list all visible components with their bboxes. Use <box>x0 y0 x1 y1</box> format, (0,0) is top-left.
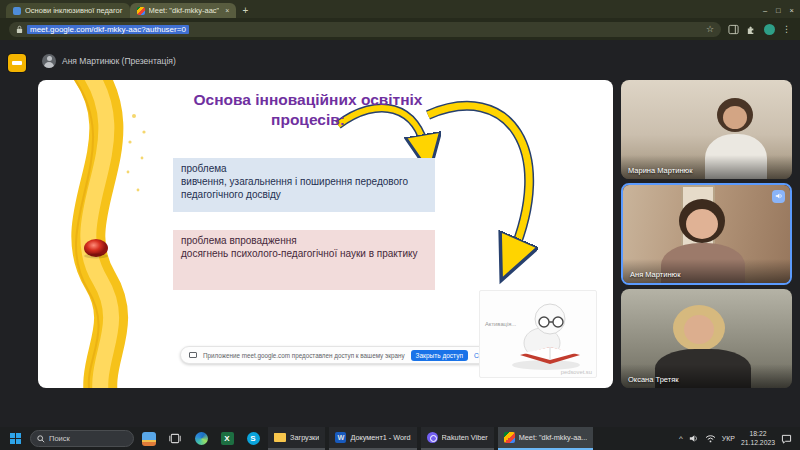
window-close-icon[interactable]: × <box>790 6 794 15</box>
slide-title: Основа інноваційних освітніх процесів: <box>178 90 438 130</box>
excel-icon[interactable] <box>216 427 238 450</box>
meet-icon <box>504 432 515 443</box>
word-icon <box>335 432 346 443</box>
meet-favicon-icon <box>137 7 145 15</box>
participant-tiles: Марина Мартинюк Аня Мартинюк Оксана Трет… <box>621 80 792 388</box>
browser-menu-icon[interactable]: ⋮ <box>782 25 791 34</box>
participant-tile-oksana[interactable]: Оксана Третяк <box>621 289 792 388</box>
watermark-text: pedsovet.su <box>561 369 592 375</box>
profile-avatar[interactable] <box>764 24 775 35</box>
bookmark-star-icon[interactable]: ☆ <box>706 25 714 34</box>
screen-share-banner: Приложение meet.google.com предоставлен … <box>180 346 505 364</box>
participant-name: Марина Мартинюк <box>628 166 692 175</box>
blue-box-lead: проблема <box>181 163 427 176</box>
tab1-label: Основи інклюзивної педагог <box>25 6 123 15</box>
tray-date: 21.12.2023 <box>741 439 775 447</box>
widgets-weather-icon[interactable] <box>138 427 160 450</box>
window-label: Rakuten Viber <box>442 433 488 442</box>
taskbar-window-meet[interactable]: Meet: "dkf-mkky-aa... <box>498 427 594 450</box>
address-bar[interactable]: meet.google.com/dkf-mkky-aac?authuser=0 … <box>9 22 721 37</box>
folder-icon <box>274 433 286 442</box>
presenter-row: Аня Мартинюк (Презентація) <box>42 54 176 68</box>
yellow-extension-icon[interactable] <box>8 54 26 72</box>
presenter-label: Аня Мартинюк (Презентація) <box>62 56 176 66</box>
notification-center-icon[interactable] <box>781 434 792 444</box>
skype-icon[interactable] <box>242 427 264 450</box>
tab-meet[interactable]: Meet: "dkf-mkky-aac" × <box>130 3 237 18</box>
task-view-icon[interactable] <box>164 427 186 450</box>
screen-share-icon <box>189 352 197 358</box>
taskbar-search[interactable]: Поиск <box>30 430 134 447</box>
volume-icon[interactable] <box>689 434 699 443</box>
window-controls: – □ × <box>763 6 794 18</box>
system-tray: ^ УКР 18:22 21.12.2023 <box>679 430 796 447</box>
reading-figure-icon <box>480 291 596 377</box>
slide-textbox-blue: проблема вивчення, узагальнення і пошире… <box>173 158 435 212</box>
viber-icon <box>427 432 438 443</box>
language-indicator[interactable]: УКР <box>722 435 735 442</box>
tab-close-icon[interactable]: × <box>225 7 229 14</box>
slide-textbox-pink: проблема впровадження досягнень психолог… <box>173 230 435 290</box>
tray-time: 18:22 <box>741 430 775 438</box>
new-tab-button[interactable]: + <box>242 3 248 18</box>
meet-stage: Аня Мартинюк (Презентація) <box>0 40 800 427</box>
tab1-favicon-icon <box>13 7 21 15</box>
pink-box-lead: проблема впровадження <box>181 235 427 248</box>
edge-icon[interactable] <box>190 427 212 450</box>
browser-tab-strip: Основи інклюзивної педагог Meet: "dkf-mk… <box>0 0 800 18</box>
window-label: Meet: "dkf-mkky-aa... <box>519 433 588 442</box>
taskbar-window-word[interactable]: Документ1 - Word <box>329 427 416 450</box>
start-button[interactable] <box>4 427 26 450</box>
window-minimize-icon[interactable]: – <box>763 6 767 15</box>
taskbar-window-downloads[interactable]: Загрузки <box>268 427 325 450</box>
taskbar-window-viber[interactable]: Rakuten Viber <box>421 427 494 450</box>
side-panel-icon[interactable] <box>728 24 739 35</box>
video-feed <box>623 185 790 284</box>
participant-name: Оксана Третяк <box>628 375 679 384</box>
url-text: meet.google.com/dkf-mkky-aac?authuser=0 <box>27 25 189 34</box>
search-placeholder: Поиск <box>49 434 70 443</box>
slide-clipart: Активація... pedsovet.su <box>479 290 597 378</box>
pink-box-body: досягнень психолого-педагогічної науки в… <box>181 248 417 259</box>
lock-icon <box>16 25 23 34</box>
browser-url-bar: meet.google.com/dkf-mkky-aac?authuser=0 … <box>0 18 800 40</box>
search-icon <box>37 435 45 443</box>
extensions-puzzle-icon[interactable] <box>746 24 757 35</box>
video-feed <box>621 80 792 179</box>
participant-name: Аня Мартинюк <box>630 270 680 279</box>
presented-slide: Основа інноваційних освітніх процесів: п… <box>38 80 613 388</box>
participant-tile-marina[interactable]: Марина Мартинюк <box>621 80 792 179</box>
participant-tile-anya[interactable]: Аня Мартинюк <box>621 183 792 286</box>
speaker-indicator-icon <box>772 190 785 203</box>
clipart-caption: Активація... <box>485 321 521 328</box>
hidden-icons-chevron[interactable]: ^ <box>679 434 683 443</box>
window-label: Загрузки <box>290 433 319 442</box>
window-label: Документ1 - Word <box>350 433 410 442</box>
blue-box-body: вивчення, узагальнення і поширення перед… <box>181 176 408 200</box>
windows-taskbar: Поиск Загрузки Документ1 - Word Rakuten … <box>0 427 800 450</box>
share-banner-message: Приложение meet.google.com предоставлен … <box>203 352 405 359</box>
window-maximize-icon[interactable]: □ <box>776 6 781 15</box>
tab2-label: Meet: "dkf-mkky-aac" <box>149 6 220 15</box>
presenter-avatar <box>42 54 56 68</box>
tray-clock[interactable]: 18:22 21.12.2023 <box>741 430 775 447</box>
tab-inclusive-pedagogy[interactable]: Основи інклюзивної педагог <box>6 3 130 18</box>
stop-sharing-button[interactable]: Закрыть доступ <box>411 350 468 361</box>
video-feed <box>621 289 792 388</box>
desktop-screen: Основи інклюзивної педагог Meet: "dkf-mk… <box>0 0 800 450</box>
slide-wave-decoration <box>38 80 168 388</box>
network-icon[interactable] <box>705 434 716 443</box>
